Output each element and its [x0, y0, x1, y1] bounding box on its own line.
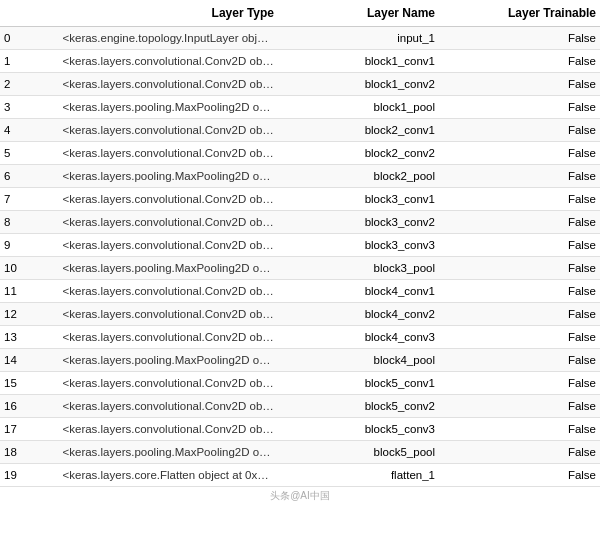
cell-index: 16 [0, 395, 59, 418]
cell-index: 19 [0, 464, 59, 487]
cell-layer-trainable: False [439, 142, 600, 165]
cell-layer-name: flatten_1 [278, 464, 439, 487]
cell-layer-name: block5_conv3 [278, 418, 439, 441]
cell-layer-trainable: False [439, 303, 600, 326]
cell-layer-name: block3_conv1 [278, 188, 439, 211]
table-row: 14<keras.layers.pooling.MaxPooling2D obj… [0, 349, 600, 372]
cell-layer-type: <keras.layers.pooling.MaxPooling2D objec… [59, 349, 279, 372]
cell-layer-trainable: False [439, 50, 600, 73]
cell-layer-name: block2_conv2 [278, 142, 439, 165]
table-row: 4<keras.layers.convolutional.Conv2D obje… [0, 119, 600, 142]
table-row: 15<keras.layers.convolutional.Conv2D obj… [0, 372, 600, 395]
cell-layer-trainable: False [439, 395, 600, 418]
cell-layer-name: block1_conv1 [278, 50, 439, 73]
header-layer-type: Layer Type [59, 0, 279, 27]
layers-table: Layer Type Layer Name Layer Trainable 0<… [0, 0, 600, 487]
cell-layer-type: <keras.layers.convolutional.Conv2D objec… [59, 142, 279, 165]
cell-layer-trainable: False [439, 441, 600, 464]
cell-layer-trainable: False [439, 96, 600, 119]
cell-layer-name: block3_conv3 [278, 234, 439, 257]
cell-index: 8 [0, 211, 59, 234]
cell-layer-type: <keras.layers.core.Flatten object at 0x7… [59, 464, 279, 487]
cell-layer-type: <keras.layers.convolutional.Conv2D objec… [59, 119, 279, 142]
table-row: 9<keras.layers.convolutional.Conv2D obje… [0, 234, 600, 257]
cell-layer-trainable: False [439, 119, 600, 142]
cell-index: 1 [0, 50, 59, 73]
table-header-row: Layer Type Layer Name Layer Trainable [0, 0, 600, 27]
table-row: 3<keras.layers.pooling.MaxPooling2D obje… [0, 96, 600, 119]
cell-layer-type: <keras.layers.convolutional.Conv2D objec… [59, 303, 279, 326]
cell-layer-type: <keras.layers.convolutional.Conv2D objec… [59, 280, 279, 303]
table-row: 7<keras.layers.convolutional.Conv2D obje… [0, 188, 600, 211]
cell-layer-name: block5_pool [278, 441, 439, 464]
table-row: 5<keras.layers.convolutional.Conv2D obje… [0, 142, 600, 165]
cell-index: 9 [0, 234, 59, 257]
cell-layer-type: <keras.layers.convolutional.Conv2D objec… [59, 372, 279, 395]
cell-index: 18 [0, 441, 59, 464]
cell-index: 10 [0, 257, 59, 280]
cell-layer-trainable: False [439, 27, 600, 50]
cell-index: 2 [0, 73, 59, 96]
cell-layer-name: block1_conv2 [278, 73, 439, 96]
cell-layer-type: <keras.layers.pooling.MaxPooling2D objec… [59, 257, 279, 280]
cell-layer-type: <keras.layers.pooling.MaxPooling2D objec… [59, 96, 279, 119]
table-row: 0<keras.engine.topology.InputLayer objec… [0, 27, 600, 50]
cell-index: 3 [0, 96, 59, 119]
cell-layer-name: block3_pool [278, 257, 439, 280]
cell-layer-name: block5_conv2 [278, 395, 439, 418]
cell-layer-name: block2_conv1 [278, 119, 439, 142]
cell-layer-type: <keras.engine.topology.InputLayer object… [59, 27, 279, 50]
header-layer-trainable: Layer Trainable [439, 0, 600, 27]
table-row: 1<keras.layers.convolutional.Conv2D obje… [0, 50, 600, 73]
cell-index: 7 [0, 188, 59, 211]
cell-layer-name: block4_conv2 [278, 303, 439, 326]
cell-index: 17 [0, 418, 59, 441]
cell-layer-name: input_1 [278, 27, 439, 50]
table-row: 8<keras.layers.convolutional.Conv2D obje… [0, 211, 600, 234]
cell-layer-name: block1_pool [278, 96, 439, 119]
cell-layer-trainable: False [439, 234, 600, 257]
cell-layer-name: block5_conv1 [278, 372, 439, 395]
table-row: 6<keras.layers.pooling.MaxPooling2D obje… [0, 165, 600, 188]
cell-layer-trainable: False [439, 418, 600, 441]
cell-layer-trainable: False [439, 349, 600, 372]
table-row: 10<keras.layers.pooling.MaxPooling2D obj… [0, 257, 600, 280]
cell-layer-type: <keras.layers.pooling.MaxPooling2D objec… [59, 441, 279, 464]
watermark: 头条@AI中国 [0, 487, 600, 505]
cell-layer-type: <keras.layers.convolutional.Conv2D objec… [59, 395, 279, 418]
cell-layer-trainable: False [439, 165, 600, 188]
cell-layer-trainable: False [439, 372, 600, 395]
table-row: 11<keras.layers.convolutional.Conv2D obj… [0, 280, 600, 303]
cell-layer-type: <keras.layers.pooling.MaxPooling2D objec… [59, 165, 279, 188]
cell-layer-type: <keras.layers.convolutional.Conv2D objec… [59, 418, 279, 441]
cell-layer-type: <keras.layers.convolutional.Conv2D objec… [59, 50, 279, 73]
header-index [0, 0, 59, 27]
cell-layer-name: block4_conv3 [278, 326, 439, 349]
cell-layer-type: <keras.layers.convolutional.Conv2D objec… [59, 326, 279, 349]
cell-layer-type: <keras.layers.convolutional.Conv2D objec… [59, 188, 279, 211]
cell-layer-trainable: False [439, 211, 600, 234]
cell-index: 14 [0, 349, 59, 372]
cell-layer-trainable: False [439, 326, 600, 349]
cell-layer-name: block4_conv1 [278, 280, 439, 303]
cell-layer-trainable: False [439, 464, 600, 487]
cell-layer-trainable: False [439, 188, 600, 211]
cell-layer-type: <keras.layers.convolutional.Conv2D objec… [59, 234, 279, 257]
cell-layer-type: <keras.layers.convolutional.Conv2D objec… [59, 211, 279, 234]
cell-layer-trainable: False [439, 280, 600, 303]
cell-index: 5 [0, 142, 59, 165]
cell-layer-name: block2_pool [278, 165, 439, 188]
table-row: 16<keras.layers.convolutional.Conv2D obj… [0, 395, 600, 418]
table-row: 18<keras.layers.pooling.MaxPooling2D obj… [0, 441, 600, 464]
cell-index: 13 [0, 326, 59, 349]
cell-index: 4 [0, 119, 59, 142]
cell-index: 12 [0, 303, 59, 326]
table-row: 2<keras.layers.convolutional.Conv2D obje… [0, 73, 600, 96]
table-row: 19<keras.layers.core.Flatten object at 0… [0, 464, 600, 487]
cell-index: 15 [0, 372, 59, 395]
table-row: 12<keras.layers.convolutional.Conv2D obj… [0, 303, 600, 326]
table-row: 17<keras.layers.convolutional.Conv2D obj… [0, 418, 600, 441]
cell-index: 6 [0, 165, 59, 188]
cell-layer-type: <keras.layers.convolutional.Conv2D objec… [59, 73, 279, 96]
cell-layer-name: block4_pool [278, 349, 439, 372]
